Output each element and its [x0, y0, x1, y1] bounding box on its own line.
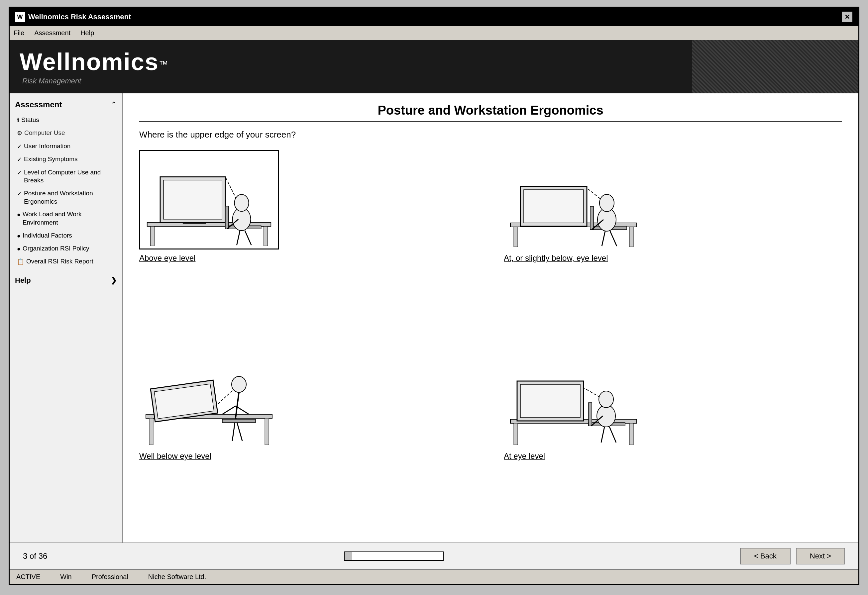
sidebar-item-symptoms-label: Existing Symptoms	[24, 155, 78, 163]
svg-line-39	[236, 392, 239, 418]
svg-line-58	[601, 427, 604, 442]
svg-line-29	[610, 231, 617, 246]
option-at-eye-image[interactable]	[504, 348, 644, 448]
sidebar-item-posture[interactable]: ✓ Posture and Workstation Ergonomics	[15, 188, 117, 207]
sidebar-collapse-icon[interactable]: ⌃	[111, 100, 117, 109]
option-above-eye-image[interactable]	[139, 150, 279, 249]
footer-bar: 3 of 36 < Back Next >	[10, 542, 858, 569]
option-at-slightly-below[interactable]: At, or slightly below, eye level	[504, 150, 842, 334]
option-at-slightly-below-label[interactable]: At, or slightly below, eye level	[504, 253, 608, 263]
rsi-report-icon: 📋	[17, 258, 24, 266]
option-well-below-image[interactable]	[139, 348, 279, 448]
svg-rect-54	[589, 403, 592, 426]
sidebar-item-status-label: Status	[21, 116, 39, 124]
logo-tm: ™	[159, 59, 168, 69]
help-label[interactable]: Help	[15, 276, 31, 285]
sidebar-item-rsi-policy[interactable]: ● Organization RSI Policy	[15, 243, 117, 254]
help-expand-icon[interactable]: ❯	[111, 276, 117, 285]
page-indicator: 3 of 36	[23, 551, 47, 561]
option-above-eye[interactable]: Above eye level	[139, 150, 477, 334]
svg-rect-32	[265, 418, 269, 445]
sidebar-item-user-info[interactable]: ✓ User Information	[15, 141, 117, 152]
progress-bar-container	[344, 551, 444, 561]
sidebar-item-symptoms[interactable]: ✓ Existing Symptoms	[15, 154, 117, 165]
svg-line-14	[245, 231, 252, 245]
status-bar: ACTIVE Win Professional Niche Software L…	[10, 569, 858, 584]
sidebar-item-user-info-label: User Information	[24, 142, 71, 150]
rsi-policy-bullet-icon: ●	[17, 245, 21, 253]
option-above-eye-label[interactable]: Above eye level	[139, 253, 195, 263]
individual-bullet-icon: ●	[17, 232, 21, 240]
sidebar-item-individual-label: Individual Factors	[23, 231, 72, 240]
header-pattern	[692, 40, 858, 93]
sidebar-item-rsi-report[interactable]: 📋 Overall RSI Risk Report	[15, 256, 117, 267]
svg-point-26	[599, 194, 614, 212]
above-eye-illustration	[140, 151, 278, 249]
user-info-check-icon: ✓	[17, 143, 22, 150]
menu-assessment[interactable]: Assessment	[34, 29, 71, 37]
svg-line-59	[610, 427, 616, 442]
svg-rect-44	[222, 419, 255, 423]
status-platform: Win	[60, 573, 71, 581]
sidebar-item-posture-label: Posture and Workstation Ergonomics	[24, 189, 115, 206]
svg-rect-16	[514, 227, 518, 247]
sidebar-help: Help ❯	[15, 276, 117, 285]
next-button[interactable]: Next >	[796, 548, 845, 564]
symptoms-check-icon: ✓	[17, 156, 22, 163]
logo-text: Wellnomics	[19, 49, 159, 75]
sidebar-item-workload-label: Work Load and Work Environment	[23, 210, 115, 227]
svg-line-37	[216, 388, 236, 406]
question-text: Where is the upper edge of your screen?	[139, 130, 842, 140]
sidebar-item-individual[interactable]: ● Individual Factors	[15, 230, 117, 241]
header-banner: Wellnomics™ Risk Management	[10, 40, 858, 93]
option-well-below-label[interactable]: Well below eye level	[139, 452, 211, 461]
svg-rect-51	[520, 384, 580, 418]
menu-file[interactable]: File	[13, 29, 24, 37]
option-well-below[interactable]: Well below eye level	[139, 348, 477, 533]
svg-line-13	[236, 231, 240, 245]
sidebar-item-rsi-policy-label: Organization RSI Policy	[23, 244, 89, 253]
svg-rect-24	[590, 206, 593, 230]
content-area: Posture and Workstation Ergonomics Where…	[123, 93, 858, 542]
svg-point-38	[232, 376, 246, 392]
sidebar-item-computer-use-label: Computer Use	[24, 129, 65, 137]
svg-point-56	[599, 391, 613, 408]
sidebar-item-level[interactable]: ✓ Level of Computer Use and Breaks	[15, 167, 117, 186]
at-eye-illustration	[504, 348, 644, 448]
status-edition: Professional	[92, 573, 128, 581]
svg-line-40	[222, 406, 236, 414]
sidebar-item-status[interactable]: ℹ Status	[15, 115, 117, 125]
svg-rect-31	[149, 418, 153, 445]
menu-bar: File Assessment Help	[10, 26, 858, 40]
posture-check-icon: ✓	[17, 190, 22, 198]
sidebar-item-level-label: Level of Computer Use and Breaks	[24, 168, 115, 185]
back-button[interactable]: < Back	[740, 548, 791, 564]
status-company: Niche Software Ltd.	[148, 573, 207, 581]
menu-help[interactable]: Help	[80, 29, 94, 37]
sidebar-item-rsi-report-label: Overall RSI Risk Report	[26, 258, 93, 266]
svg-rect-2	[264, 226, 268, 246]
svg-rect-6	[164, 180, 222, 219]
option-at-eye[interactable]: At eye level	[504, 348, 842, 533]
sidebar-item-workload[interactable]: ● Work Load and Work Environment	[15, 209, 117, 228]
svg-rect-9	[225, 206, 229, 229]
svg-rect-1	[151, 226, 155, 246]
option-at-slightly-below-image[interactable]	[504, 150, 644, 249]
svg-rect-46	[514, 423, 518, 445]
header-logo: Wellnomics™	[19, 48, 168, 75]
header-subtitle: Risk Management	[19, 77, 168, 85]
svg-point-11	[234, 194, 249, 211]
svg-rect-47	[629, 423, 633, 445]
progress-bar-fill	[345, 552, 353, 560]
sidebar-header: Assessment ⌃	[15, 100, 117, 109]
options-grid: Above eye level	[139, 150, 842, 533]
main-content: Assessment ⌃ ℹ Status ⚙ Computer Use ✓ U…	[10, 93, 858, 542]
status-icon: ℹ	[17, 116, 19, 124]
header-logo-area: Wellnomics™ Risk Management	[19, 48, 168, 85]
option-at-eye-label[interactable]: At eye level	[504, 452, 545, 461]
sidebar-item-computer-use[interactable]: ⚙ Computer Use	[15, 128, 117, 138]
computer-use-icon: ⚙	[17, 130, 22, 137]
title-bar: W Wellnomics Risk Assessment ✕	[10, 7, 858, 26]
title-bar-left: W Wellnomics Risk Assessment	[15, 12, 131, 22]
close-button[interactable]: ✕	[841, 11, 853, 23]
